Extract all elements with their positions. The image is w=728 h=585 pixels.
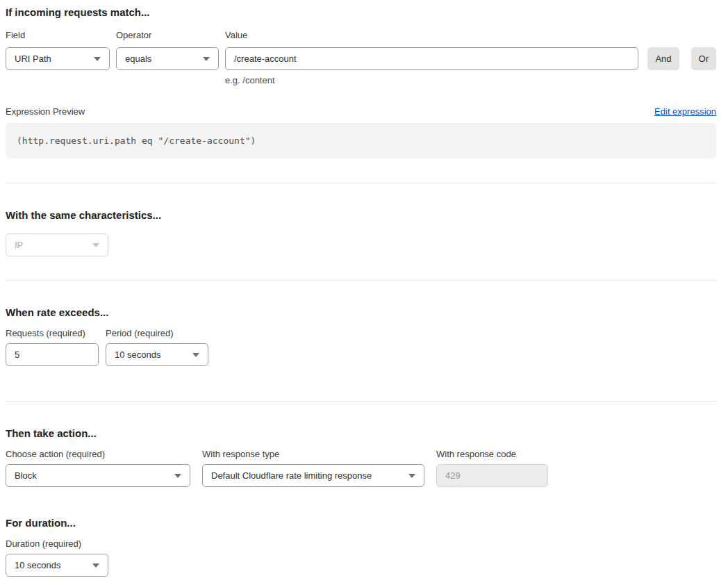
edit-expression-link[interactable]: Edit expression — [654, 106, 716, 117]
section-title-characteristics: With the same characteristics... — [6, 208, 716, 222]
value-input[interactable] — [225, 47, 638, 70]
duration-group: Duration (required) 10 seconds — [6, 538, 108, 577]
duration-label: Duration (required) — [6, 538, 108, 550]
chevron-down-icon — [203, 57, 210, 61]
response-code-label: With response code — [436, 449, 548, 460]
period-group: Period (required) 10 seconds — [106, 328, 208, 366]
period-select-value: 10 seconds — [115, 349, 161, 360]
section-title-action: Then take action... — [6, 427, 716, 440]
or-button[interactable]: Or — [691, 47, 716, 70]
value-group: Value e.g. /content — [225, 30, 638, 85]
section-title-rate: When rate exceeds... — [6, 306, 716, 320]
field-label: Field — [6, 30, 110, 41]
characteristic-select: IP — [6, 233, 108, 256]
period-label: Period (required) — [106, 328, 208, 339]
chevron-down-icon — [408, 474, 415, 478]
chevron-down-icon — [192, 353, 199, 357]
action-select[interactable]: Block — [6, 464, 190, 487]
period-select[interactable]: 10 seconds — [106, 343, 208, 366]
expression-preview-header: Expression Preview Edit expression — [6, 106, 716, 117]
operator-select[interactable]: equals — [116, 47, 219, 70]
and-button[interactable]: And — [647, 47, 679, 70]
requests-input[interactable] — [6, 343, 99, 366]
value-label: Value — [225, 30, 638, 41]
section-divider — [6, 280, 716, 281]
response-code-group: With response code — [436, 449, 548, 487]
rate-row: Requests (required) Period (required) 10… — [6, 328, 716, 366]
action-label: Choose action (required) — [6, 449, 190, 460]
operator-group: Operator equals — [116, 30, 219, 70]
expression-code: (http.request.uri.path eq "/create-accou… — [6, 123, 716, 158]
match-expression-row: Field URI Path Operator equals Value e.g… — [6, 30, 716, 85]
field-select[interactable]: URI Path — [6, 47, 110, 70]
chevron-down-icon — [92, 243, 99, 247]
section-divider — [6, 183, 716, 183]
requests-label: Requests (required) — [6, 328, 99, 339]
duration-select[interactable]: 10 seconds — [6, 554, 108, 577]
section-title-incoming-requests: If incoming requests match... — [6, 6, 716, 19]
operator-label: Operator — [116, 30, 219, 41]
response-type-group: With response type Default Cloudflare ra… — [202, 449, 424, 487]
chevron-down-icon — [174, 474, 181, 478]
operator-select-value: equals — [125, 53, 151, 64]
section-divider — [6, 401, 716, 402]
characteristics-row: IP — [6, 233, 716, 256]
field-select-value: URI Path — [15, 53, 51, 64]
response-code-input — [436, 464, 548, 487]
rate-limiting-rule-form: If incoming requests match... Field URI … — [0, 0, 728, 582]
characteristic-select-value: IP — [15, 240, 23, 250]
response-type-select[interactable]: Default Cloudflare rate limiting respons… — [202, 464, 424, 487]
duration-row: Duration (required) 10 seconds — [6, 538, 716, 577]
expression-preview-block: Expression Preview Edit expression (http… — [6, 106, 716, 158]
logic-buttons: And Or — [647, 47, 716, 70]
chevron-down-icon — [94, 57, 101, 61]
action-row: Choose action (required) Block With resp… — [6, 449, 716, 487]
response-type-select-value: Default Cloudflare rate limiting respons… — [211, 470, 372, 481]
value-hint: e.g. /content — [225, 75, 638, 85]
duration-select-value: 10 seconds — [15, 560, 61, 570]
chevron-down-icon — [92, 563, 99, 568]
section-title-duration: For duration... — [6, 516, 716, 530]
response-type-label: With response type — [202, 449, 424, 460]
field-group: Field URI Path — [6, 30, 110, 70]
expression-preview-label: Expression Preview — [6, 106, 85, 117]
action-select-value: Block — [15, 470, 37, 481]
action-group: Choose action (required) Block — [6, 449, 190, 487]
requests-group: Requests (required) — [6, 328, 99, 366]
